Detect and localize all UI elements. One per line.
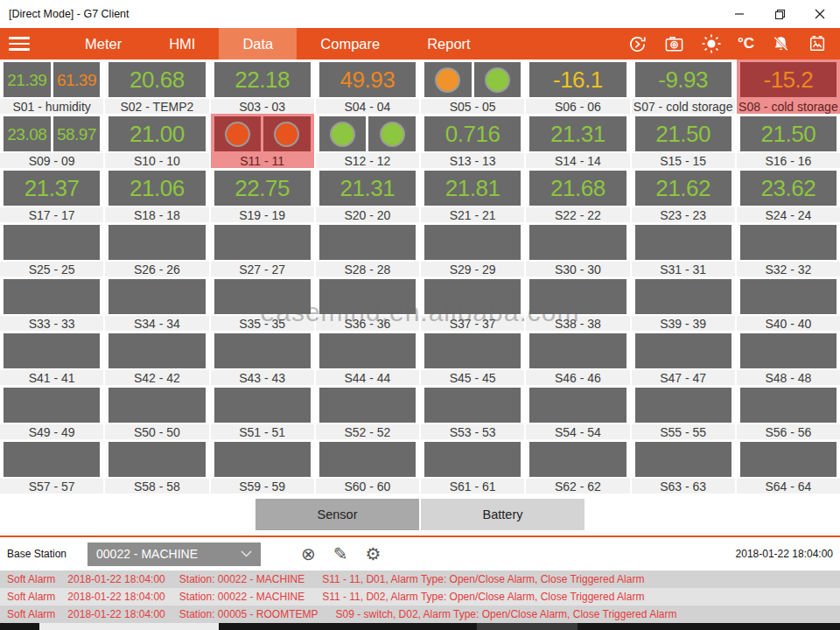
tile-value-area bbox=[421, 439, 524, 477]
sensor-value: 21.62 bbox=[655, 177, 710, 200]
sensor-tile[interactable]: S35 - 35 bbox=[211, 276, 314, 331]
sensor-tile[interactable]: S43 - 43 bbox=[211, 331, 314, 385]
sensor-tile[interactable]: S30 - 30 bbox=[526, 222, 629, 276]
sensor-tile[interactable]: S31 - 31 bbox=[632, 222, 735, 276]
value-box bbox=[108, 279, 205, 314]
sensor-tile[interactable]: S42 - 42 bbox=[105, 331, 208, 385]
sensor-tile[interactable]: S63 - 63 bbox=[632, 439, 735, 494]
sensor-tile[interactable]: S52 - 52 bbox=[316, 385, 419, 439]
alarm-row[interactable]: Soft Alarm2018-01-22 18:04:00Station: 00… bbox=[0, 588, 840, 606]
sensor-tile[interactable]: S38 - 38 bbox=[526, 276, 629, 331]
sensor-tile[interactable]: 21.68S22 - 22 bbox=[526, 168, 629, 222]
nav-tab-compare[interactable]: Compare bbox=[297, 28, 403, 60]
sensor-tile[interactable]: S40 - 40 bbox=[737, 276, 840, 331]
sensor-tile[interactable]: 21.37S17 - 17 bbox=[0, 168, 103, 222]
sensor-tile[interactable]: S11 - 11 bbox=[211, 114, 314, 168]
sensor-tile[interactable]: S37 - 37 bbox=[421, 276, 524, 331]
sensor-tile[interactable]: S61 - 61 bbox=[421, 439, 524, 494]
minimize-button[interactable] bbox=[719, 0, 760, 28]
tile-label: S08 - cold storage bbox=[737, 99, 840, 114]
close-button[interactable] bbox=[800, 0, 840, 28]
sensor-tile[interactable]: S60 - 60 bbox=[316, 439, 419, 494]
sensor-tile[interactable]: S45 - 45 bbox=[421, 331, 524, 385]
sensor-tile[interactable]: S46 - 46 bbox=[526, 331, 629, 385]
tile-label: S28 - 28 bbox=[316, 262, 419, 276]
sensor-tile[interactable]: S28 - 28 bbox=[316, 222, 419, 276]
sensor-tile[interactable]: 22.18S03 - 03 bbox=[211, 60, 314, 114]
nav-tab-hmi[interactable]: HMI bbox=[145, 28, 219, 60]
sensor-tile[interactable]: S57 - 57 bbox=[0, 439, 103, 494]
alarm-row[interactable]: Soft Alarm2018-01-22 18:04:00Station: 00… bbox=[0, 570, 840, 588]
sensor-tile[interactable]: S56 - 56 bbox=[737, 385, 840, 439]
tile-label: S14 - 14 bbox=[526, 153, 629, 168]
sensor-tile[interactable]: S47 - 47 bbox=[632, 331, 735, 385]
sensor-tile[interactable]: S26 - 26 bbox=[105, 222, 208, 276]
sensor-tile[interactable]: S25 - 25 bbox=[0, 222, 103, 276]
sensor-tile[interactable]: 21.3961.39S01 - humidity bbox=[0, 60, 103, 114]
sensor-tile[interactable]: 21.00S10 - 10 bbox=[105, 114, 208, 168]
sensor-tile[interactable]: S29 - 29 bbox=[421, 222, 524, 276]
celsius-icon[interactable]: °C bbox=[738, 33, 754, 54]
sensor-tile[interactable]: S44 - 44 bbox=[316, 331, 419, 385]
sensor-tile[interactable]: S36 - 36 bbox=[316, 276, 419, 331]
sensor-tile[interactable]: 21.50S15 - 15 bbox=[632, 114, 735, 168]
snapshot-icon[interactable] bbox=[807, 33, 828, 54]
sensor-tile[interactable]: S59 - 59 bbox=[211, 439, 314, 494]
sensor-tile[interactable]: S39 - 39 bbox=[632, 276, 735, 331]
alarm-mute-icon[interactable] bbox=[770, 33, 791, 54]
sensor-tile[interactable]: S27 - 27 bbox=[211, 222, 314, 276]
sensor-tile[interactable]: 21.31S14 - 14 bbox=[526, 114, 629, 168]
cancel-icon[interactable]: ⊗ bbox=[301, 545, 316, 563]
nav-tab-meter[interactable]: Meter bbox=[61, 28, 145, 60]
sync-icon[interactable] bbox=[627, 33, 648, 54]
alarm-row[interactable]: Soft Alarm2018-01-22 18:04:00Station: 00… bbox=[0, 606, 840, 623]
sensor-tile[interactable]: 0.716S13 - 13 bbox=[421, 114, 524, 168]
sensor-tile[interactable]: -16.1S06 - 06 bbox=[526, 60, 629, 114]
sensor-tile[interactable]: 21.06S18 - 18 bbox=[105, 168, 208, 222]
sensor-tile[interactable]: -9.93S07 - cold storage bbox=[632, 60, 735, 114]
sensor-tile[interactable]: -15.2S08 - cold storage bbox=[737, 60, 840, 114]
sensor-value: 61.39 bbox=[57, 72, 96, 88]
sensor-tile[interactable]: 21.31S20 - 20 bbox=[316, 168, 419, 222]
edit-icon[interactable]: ✎ bbox=[333, 545, 348, 563]
sensor-tile[interactable]: 21.81S21 - 21 bbox=[421, 168, 524, 222]
sensor-tile[interactable]: S48 - 48 bbox=[737, 331, 840, 385]
value-box: 21.81 bbox=[424, 171, 521, 206]
sensor-tile[interactable]: 22.75S19 - 19 bbox=[211, 168, 314, 222]
base-station-select[interactable]: 00022 - MACHINE bbox=[88, 542, 261, 566]
sensor-tile[interactable]: S53 - 53 bbox=[421, 385, 524, 439]
settings-icon[interactable]: ⚙ bbox=[366, 545, 382, 563]
camera-icon[interactable] bbox=[664, 33, 685, 54]
sensor-tile[interactable]: S54 - 54 bbox=[526, 385, 629, 439]
tab-sensor[interactable]: Sensor bbox=[256, 499, 419, 530]
tile-value-area bbox=[316, 222, 419, 260]
sensor-tile[interactable]: 21.62S23 - 23 bbox=[632, 168, 735, 222]
tile-value-area: 21.31 bbox=[316, 168, 419, 206]
restore-button[interactable] bbox=[760, 0, 800, 28]
sensor-tile[interactable]: S51 - 51 bbox=[211, 385, 314, 439]
sensor-tile[interactable]: S41 - 41 bbox=[0, 331, 103, 385]
sensor-tile[interactable]: S64 - 64 bbox=[737, 439, 840, 494]
sensor-tile[interactable]: 20.68S02 - TEMP2 bbox=[105, 60, 208, 114]
sensor-tile[interactable]: S49 - 49 bbox=[0, 385, 103, 439]
nav-tab-data[interactable]: Data bbox=[219, 28, 297, 60]
sensor-tile[interactable]: S12 - 12 bbox=[316, 114, 419, 168]
sensor-tile[interactable]: S50 - 50 bbox=[105, 385, 208, 439]
sensor-tile[interactable]: 49.93S04 - 04 bbox=[316, 60, 419, 114]
tile-label: S09 - 09 bbox=[0, 153, 103, 168]
sensor-tile[interactable]: S32 - 32 bbox=[737, 222, 840, 276]
sensor-tile[interactable]: 23.0858.97S09 - 09 bbox=[0, 114, 103, 168]
sensor-tile[interactable]: S58 - 58 bbox=[105, 439, 208, 494]
brightness-icon[interactable] bbox=[701, 33, 722, 54]
sensor-tile[interactable]: 21.50S16 - 16 bbox=[737, 114, 840, 168]
tile-label: S02 - TEMP2 bbox=[105, 99, 208, 114]
sensor-tile[interactable]: S05 - 05 bbox=[421, 60, 524, 114]
sensor-tile[interactable]: S33 - 33 bbox=[0, 276, 103, 331]
sensor-tile[interactable]: S62 - 62 bbox=[526, 439, 629, 494]
menu-icon[interactable] bbox=[0, 28, 49, 60]
nav-tab-report[interactable]: Report bbox=[403, 28, 494, 60]
sensor-tile[interactable]: 23.62S24 - 24 bbox=[737, 168, 840, 222]
tab-battery[interactable]: Battery bbox=[421, 499, 584, 530]
sensor-tile[interactable]: S34 - 34 bbox=[105, 276, 208, 331]
sensor-tile[interactable]: S55 - 55 bbox=[632, 385, 735, 439]
